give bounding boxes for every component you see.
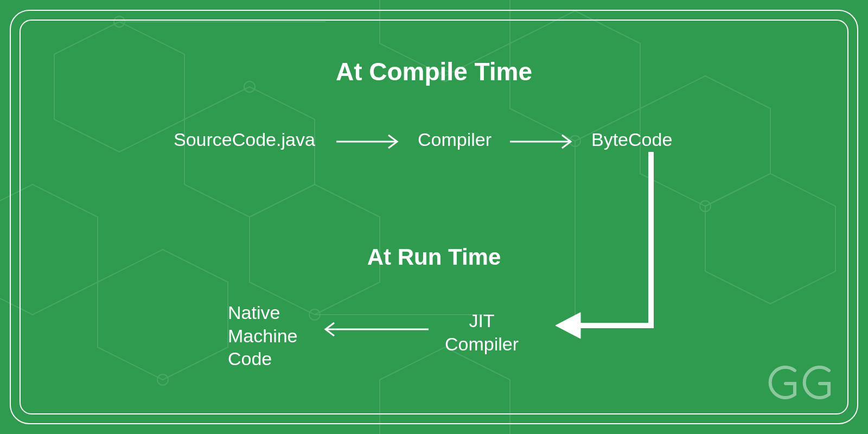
arrow-right-icon [336,133,407,150]
heading-run-time: At Run Time [367,244,501,270]
node-source-code: SourceCode.java [174,128,315,151]
node-jit-compiler: JIT Compiler [445,309,519,355]
arrow-right-icon [510,133,580,150]
svg-marker-22 [556,312,580,339]
arrow-down-left-icon [548,152,667,347]
heading-compile-time: At Compile Time [336,57,532,86]
node-native-machine-code: Native Machine Code [228,301,298,371]
arrow-left-icon [315,321,434,337]
logo-icon [765,361,835,404]
node-bytecode: ByteCode [591,128,672,151]
node-compiler: Compiler [418,128,492,151]
